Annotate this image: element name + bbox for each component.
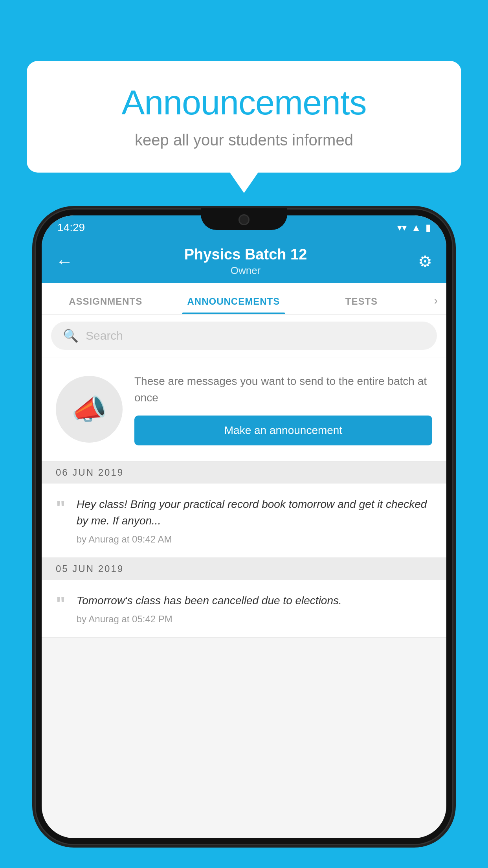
search-icon: 🔍: [63, 328, 79, 343]
announcement-item-2[interactable]: " Tomorrow's class has been cancelled du…: [42, 580, 446, 638]
announcement-item-1[interactable]: " Hey class! Bring your practical record…: [42, 484, 446, 558]
promo-content: These are messages you want to send to t…: [134, 373, 432, 445]
status-time: 14:29: [57, 221, 85, 234]
megaphone-icon: 📣: [72, 393, 107, 426]
announcement-content-1: Hey class! Bring your practical record b…: [77, 496, 432, 545]
battery-icon: ▮: [426, 222, 431, 233]
app-header: ← Physics Batch 12 Owner ⚙: [42, 240, 446, 283]
phone-camera: [238, 214, 250, 225]
tab-announcements[interactable]: ANNOUNCEMENTS: [170, 296, 298, 314]
header-subtitle: Owner: [184, 265, 307, 277]
search-bar[interactable]: 🔍 Search: [51, 322, 437, 350]
quote-icon-2: ": [56, 594, 66, 614]
announcement-text-2: Tomorrow's class has been cancelled due …: [77, 592, 342, 609]
speech-bubble: Announcements keep all your students inf…: [27, 61, 461, 173]
bubble-title: Announcements: [50, 83, 438, 123]
make-announcement-button[interactable]: Make an announcement: [134, 416, 432, 445]
announcement-icon-circle: 📣: [56, 376, 123, 443]
tabs-bar: ASSIGNMENTS ANNOUNCEMENTS TESTS ›: [42, 283, 446, 314]
promo-description: These are messages you want to send to t…: [134, 373, 432, 406]
quote-icon-1: ": [56, 498, 66, 518]
announcement-meta-2: by Anurag at 05:42 PM: [77, 614, 342, 625]
back-button[interactable]: ←: [56, 252, 73, 271]
phone-shell: 14:29 ▾▾ ▲ ▮ ← Physics Batch 12 Owner ⚙: [35, 208, 453, 845]
phone-notch: [201, 208, 287, 230]
search-container: 🔍 Search: [42, 314, 446, 357]
header-title: Physics Batch 12: [184, 246, 307, 263]
date-separator-2: 05 JUN 2019: [42, 558, 446, 580]
tab-tests[interactable]: TESTS: [297, 296, 426, 314]
tab-assignments[interactable]: ASSIGNMENTS: [42, 296, 170, 314]
announcement-content-2: Tomorrow's class has been cancelled due …: [77, 592, 342, 625]
header-center: Physics Batch 12 Owner: [184, 246, 307, 277]
search-placeholder: Search: [86, 329, 123, 342]
phone-screen: 14:29 ▾▾ ▲ ▮ ← Physics Batch 12 Owner ⚙: [42, 215, 446, 838]
signal-icon: ▲: [411, 222, 421, 233]
announcement-meta-1: by Anurag at 09:42 AM: [77, 534, 432, 545]
tab-more[interactable]: ›: [426, 294, 446, 314]
announcement-text-1: Hey class! Bring your practical record b…: [77, 496, 432, 529]
status-icons: ▾▾ ▲ ▮: [397, 222, 431, 233]
speech-bubble-section: Announcements keep all your students inf…: [27, 61, 461, 173]
bubble-subtitle: keep all your students informed: [50, 131, 438, 149]
phone-mockup: 14:29 ▾▾ ▲ ▮ ← Physics Batch 12 Owner ⚙: [35, 208, 453, 845]
wifi-icon: ▾▾: [397, 222, 407, 233]
date-separator-1: 06 JUN 2019: [42, 462, 446, 484]
settings-icon[interactable]: ⚙: [418, 252, 432, 270]
promo-card: 📣 These are messages you want to send to…: [42, 357, 446, 462]
